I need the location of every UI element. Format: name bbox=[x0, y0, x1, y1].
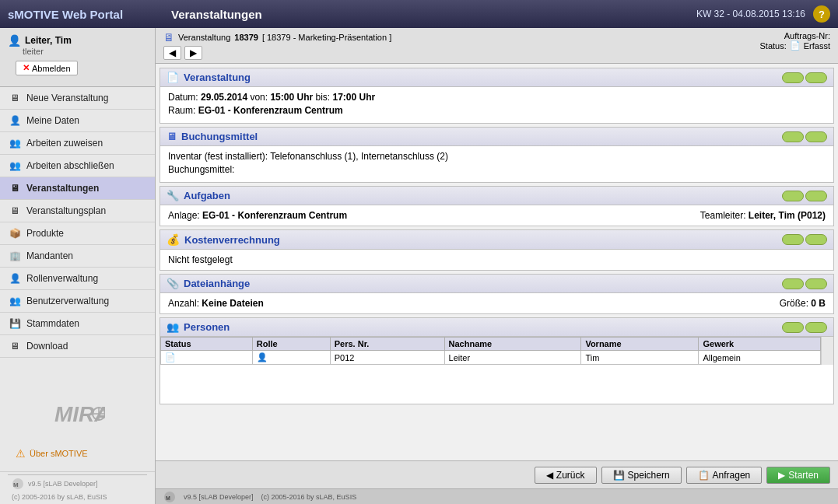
buchungsmittel-toggle-1[interactable] bbox=[782, 131, 804, 142]
over-smotive-link[interactable]: ⚠ Über sMOTIVE bbox=[8, 443, 147, 464]
veranstaltung-title-text: Veranstaltung bbox=[184, 72, 251, 83]
starten-button[interactable]: ▶ Starten bbox=[766, 467, 830, 484]
col-gewerk: Gewerk bbox=[699, 338, 821, 351]
attach-toggle-1[interactable] bbox=[782, 278, 804, 289]
speichern-button[interactable]: 💾 Speichern bbox=[601, 467, 682, 484]
sidebar-item-veranstaltungsplan[interactable]: 🖥 Veranstaltungsplan bbox=[0, 200, 155, 222]
help-button[interactable]: ? bbox=[813, 5, 830, 23]
mira-logo: MIRA bbox=[51, 394, 105, 433]
kostenverrechnung-section: 💰 Kostenverrechnung Nicht festgelegt bbox=[160, 229, 834, 271]
cell-vorname: Tim bbox=[581, 351, 699, 365]
logout-button[interactable]: ✕ Abmelden bbox=[16, 61, 78, 75]
version-bar-text: v9.5 [sLAB Developer] bbox=[184, 493, 254, 501]
aufgaben-title-text: Aufgaben bbox=[184, 190, 230, 201]
sidebar-item-produkte[interactable]: 📦 Produkte bbox=[0, 222, 155, 245]
user-icon-nav: 👤 bbox=[8, 114, 22, 128]
mira-small-logo: M bbox=[12, 478, 24, 490]
buchungsmittel-section-header: 🖥 Buchungsmittel bbox=[160, 128, 833, 146]
buchungsmittel-icon: 🖥 bbox=[167, 131, 177, 142]
attach-toggle-2[interactable] bbox=[805, 278, 827, 289]
nav-label: Arbeiten zuweisen bbox=[26, 138, 103, 149]
anfragen-button[interactable]: 📋 Anfragen bbox=[686, 467, 763, 484]
kosten-toggle-1[interactable] bbox=[782, 234, 804, 245]
content-scroll[interactable]: 📄 Veranstaltung Datum: 29.05.2014 von: 1… bbox=[156, 64, 838, 460]
svg-text:M: M bbox=[13, 481, 19, 488]
sidebar-item-download[interactable]: 🖥 Download bbox=[0, 335, 155, 358]
breadcrumb-label: Veranstaltung bbox=[178, 33, 230, 42]
status-doc-icon: 📄 bbox=[790, 40, 801, 51]
veranstaltung-icon: 📄 bbox=[167, 72, 179, 83]
forward-arrow-button[interactable]: ▶ bbox=[184, 46, 202, 60]
kostenverrechnung-title-text: Kostenverrechnung bbox=[184, 234, 280, 246]
col-status: Status bbox=[161, 338, 253, 351]
cell-gewerk: Allgemein bbox=[699, 351, 821, 365]
von-label: von: bbox=[250, 92, 270, 103]
auftrag-nr: Auftrags-Nr: bbox=[760, 31, 830, 40]
box-icon: 📦 bbox=[8, 226, 22, 240]
veranstaltung-toggle-2[interactable] bbox=[805, 72, 827, 83]
persons-scrollbar[interactable] bbox=[821, 337, 833, 365]
kostenverrechnung-section-title[interactable]: 💰 Kostenverrechnung bbox=[167, 233, 280, 246]
nav-label: Stammdaten bbox=[26, 318, 79, 329]
sidebar-item-neue-veranstaltung[interactable]: 🖥 Neue Veranstaltung bbox=[0, 87, 155, 110]
sidebar-item-veranstaltungen[interactable]: 🖥 Veranstaltungen bbox=[0, 177, 155, 200]
sidebar-item-mandanten[interactable]: 🏢 Mandanten bbox=[0, 245, 155, 268]
sidebar-item-rollenverwaltung[interactable]: 👤 Rollenverwaltung bbox=[0, 268, 155, 290]
sidebar-item-arbeiten-zuweisen[interactable]: 👥 Arbeiten zuweisen bbox=[0, 132, 155, 155]
aufgaben-section-title[interactable]: 🔧 Aufgaben bbox=[167, 190, 230, 201]
anlage-value: EG-01 - Konferenzraum Centrum bbox=[202, 210, 347, 221]
personen-toggle-1[interactable] bbox=[782, 322, 804, 333]
anzahl-label: Anzahl: bbox=[168, 298, 202, 309]
cell-pers-nr: P012 bbox=[330, 351, 444, 365]
personen-extra-space bbox=[160, 365, 833, 404]
anlage-info: Anlage: EG-01 - Konferenzraum Centrum bbox=[168, 210, 347, 221]
calendar-icon: 🖥 bbox=[8, 181, 22, 195]
svg-text:M: M bbox=[166, 495, 170, 501]
version-bar: M v9.5 [sLAB Developer] (c) 2005-2016 by… bbox=[156, 488, 838, 504]
datum-value: 29.05.2014 bbox=[201, 92, 247, 103]
footer: ◀ Zurück 💾 Speichern 📋 Anfragen ▶ Starte… bbox=[156, 460, 838, 488]
screen-icon: 🖥 bbox=[163, 31, 174, 44]
zurueck-button[interactable]: ◀ Zurück bbox=[535, 467, 597, 484]
inventar-value: Telefonanschluss (1), Internetanschluss … bbox=[270, 151, 448, 162]
aufgaben-toggle-2[interactable] bbox=[805, 191, 827, 201]
veranstaltung-section-title[interactable]: 📄 Veranstaltung bbox=[167, 72, 251, 83]
sidebar-item-benutzerverwaltung[interactable]: 👥 Benutzerverwaltung bbox=[0, 290, 155, 313]
buchungsmittel-section-title[interactable]: 🖥 Buchungsmittel bbox=[167, 131, 258, 142]
inventar-label: Inventar (fest installiert): bbox=[168, 151, 270, 162]
copyright-bar-text: (c) 2005-2016 by sLAB, EuSIS bbox=[261, 493, 357, 501]
user-icon: 👤 bbox=[8, 34, 21, 47]
app-title: sMOTIVE Web Portal bbox=[8, 8, 163, 21]
buchungsmittel-body: Inventar (fest installiert): Telefonansc… bbox=[160, 146, 833, 182]
datum-row: Datum: 29.05.2014 von: 15:00 Uhr bis: 17… bbox=[168, 92, 826, 103]
buchungsmittel-toggle-2[interactable] bbox=[805, 131, 827, 142]
veranstaltung-body: Datum: 29.05.2014 von: 15:00 Uhr bis: 17… bbox=[160, 87, 833, 123]
buchungsmittel-section: 🖥 Buchungsmittel Inventar (fest installi… bbox=[160, 127, 834, 183]
date-info: KW 32 - 04.08.2015 13:16 bbox=[696, 9, 805, 19]
anlage-label: Anlage: bbox=[168, 210, 202, 221]
personen-section-title[interactable]: 👥 Personen bbox=[167, 321, 230, 333]
sidebar-item-arbeiten-abschliessen[interactable]: 👥 Arbeiten abschließen bbox=[0, 155, 155, 177]
nav-label: Veranstaltungsplan bbox=[26, 205, 106, 216]
building-icon: 🏢 bbox=[8, 249, 22, 263]
groesse-label: Größe: bbox=[780, 298, 812, 309]
nav-label: Benutzerverwaltung bbox=[26, 296, 109, 306]
top-header: sMOTIVE Web Portal Veranstaltungen KW 32… bbox=[0, 0, 838, 28]
aufgaben-section: 🔧 Aufgaben Anlage: EG-01 - Konferenzraum… bbox=[160, 186, 834, 226]
aufgaben-toggle-1[interactable] bbox=[782, 191, 804, 201]
sidebar-item-stammdaten[interactable]: 💾 Stammdaten bbox=[0, 313, 155, 335]
dateianhaenge-section-title[interactable]: 📎 Dateianhänge bbox=[167, 278, 250, 289]
personen-section: 👥 Personen Stat bbox=[160, 317, 834, 404]
back-icon: ◀ bbox=[546, 470, 553, 481]
col-nachname: Nachname bbox=[444, 338, 581, 351]
sidebar-item-meine-daten[interactable]: 👤 Meine Daten bbox=[0, 110, 155, 132]
veranstaltung-toggle-1[interactable] bbox=[782, 72, 804, 83]
page-title: Veranstaltungen bbox=[163, 8, 696, 21]
dateianhaenge-body: Anzahl: Keine Dateien Größe: 0 B bbox=[160, 293, 833, 313]
dateianhaenge-details: Anzahl: Keine Dateien Größe: 0 B bbox=[168, 298, 826, 309]
buchungsmittel-label2: Buchungsmittel: bbox=[168, 164, 234, 175]
personen-toggle-2[interactable] bbox=[805, 322, 827, 333]
kosten-toggle-2[interactable] bbox=[805, 234, 827, 245]
back-arrow-button[interactable]: ◀ bbox=[163, 46, 181, 60]
buchungsmittel-row: Buchungsmittel: bbox=[168, 164, 826, 175]
